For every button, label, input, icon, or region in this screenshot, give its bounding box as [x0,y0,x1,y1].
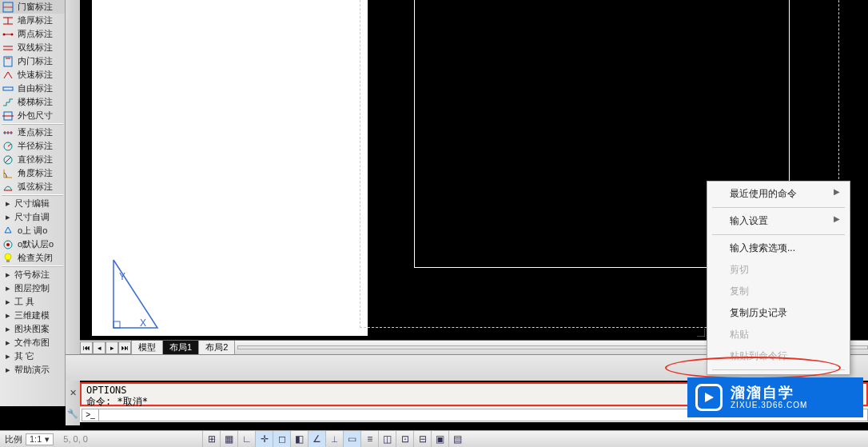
triangle-right-icon: ▸ [2,310,14,321]
cm-label: 复制历史记录 [730,306,787,320]
triangle-right-icon: ▸ [2,297,14,307]
tool-door-dim[interactable]: 门窗标注 [0,0,65,14]
coordinates: 5, 0, 0 [58,434,130,444]
watermark: 溜溜自学 ZIXUE.3D66.COM [687,377,863,417]
am-icon[interactable]: ▤ [448,431,466,447]
tool-free-dim[interactable]: 自由标注 [0,82,65,95]
svg-line-22 [5,157,11,163]
palette-drag-strip[interactable] [66,0,80,382]
tool-label: 快速标注 [18,69,65,81]
tool-layer-ctrl[interactable]: ▸图层控制 [0,281,65,295]
angle-icon [2,167,14,180]
grip-handle [697,328,705,336]
tool-label: 图层控制 [14,282,65,294]
command-prompt-icon[interactable]: >_ [82,409,99,421]
tool-stair-dim[interactable]: 楼梯标注 [0,95,65,109]
tab-nav-last[interactable]: ⏭ [118,341,131,354]
tool-size-edit[interactable]: ▸尺寸编辑 [0,197,65,210]
tool-point-by-point[interactable]: 逐点标注 [0,126,65,139]
triangle-right-icon: ▸ [2,365,14,375]
tool-diameter[interactable]: 直径标注 [0,153,65,166]
lineweight-icon[interactable]: ≡ [360,431,378,447]
snap-grid-icon[interactable]: ⊞ [202,431,220,447]
scale-dropdown[interactable]: 1:1 ▾ [26,433,54,445]
svg-marker-31 [705,393,714,402]
tool-radius[interactable]: 半径标注 [0,139,65,153]
transparency-icon[interactable]: ◫ [378,431,396,447]
cm-copy-history[interactable]: 复制历史记录 [707,302,850,324]
tool-arc-chord[interactable]: 弧弦标注 [0,180,65,194]
upper-floor-icon [2,225,14,237]
tab-model[interactable]: 模型 [131,341,163,355]
close-icon[interactable]: ✕ [66,382,80,403]
triangle-right-icon: ▸ [2,269,14,280]
fast-dim-icon [2,69,14,82]
tool-two-point[interactable]: 两点标注 [0,27,65,41]
paper-sheet: Y X [92,0,368,336]
tab-nav-first[interactable]: ⏮ [80,341,93,354]
inner-door-icon [2,55,14,68]
wrench-icon[interactable]: 🔧 [66,403,80,424]
tool-3d-model[interactable]: ▸三维建模 [0,309,65,322]
sc-icon[interactable]: ⊟ [413,431,431,447]
cm-input-search[interactable]: 输入搜索选项... [707,237,850,259]
svg-rect-27 [6,260,10,262]
svg-text:Y: Y [119,271,125,282]
svg-point-26 [5,253,11,260]
ducs-icon[interactable]: ⟂ [325,431,343,447]
tool-upper-floor[interactable]: o上 调o [0,224,65,237]
tool-label: 半径标注 [18,140,65,152]
tool-label: 角度标注 [18,167,65,179]
cm-input-settings[interactable]: 输入设置 ▶ [707,210,850,232]
tool-symbol-dim[interactable]: ▸符号标注 [0,268,65,281]
tool-help-demo[interactable]: ▸帮助演示 [0,363,65,377]
tool-double-line[interactable]: 双线标注 [0,41,65,54]
tool-block-pattern[interactable]: ▸图块图案 [0,322,65,336]
scale-value: 1:1 [30,434,42,444]
cm-label: 粘贴 [730,328,749,341]
tool-check-close[interactable]: 检查关闭 [0,251,65,265]
tool-fast-dim[interactable]: 快速标注 [0,68,65,82]
tool-label: 其 它 [14,350,65,362]
dyn-icon[interactable]: ▭ [343,431,360,447]
tool-label: 三维建模 [14,309,65,321]
triangle-right-icon: ▸ [2,283,14,293]
tool-wall-thick[interactable]: 墙厚标注 [0,14,65,27]
otrack-icon[interactable]: ∠ [308,431,325,447]
status-bar: 比例 1:1 ▾ 5, 0, 0 ⊞ ▦ ∟ ✛ ◻ ◧ ∠ ⟂ ▭ ≡ ◫ ⊡… [0,430,868,447]
tool-size-auto[interactable]: ▸尺寸自调 [0,210,65,224]
tab-layout1[interactable]: 布局1 [162,341,199,355]
tool-other[interactable]: ▸其 它 [0,349,65,363]
bulb-icon [2,252,14,265]
tool-label: 直径标注 [18,154,65,166]
tool-outer-size[interactable]: 外包尺寸 [0,109,65,122]
tab-nav-next[interactable]: ▸ [106,341,118,354]
tool-file-layout[interactable]: ▸文件布图 [0,336,65,349]
qp-icon[interactable]: ⊡ [396,431,413,447]
triangle-right-icon: ▸ [2,337,14,348]
paper-icon[interactable]: ▣ [431,431,448,447]
toolbar-separator [2,123,63,125]
tool-tools[interactable]: ▸工 具 [0,295,65,309]
tool-angle[interactable]: 角度标注 [0,166,65,180]
tool-default-layer[interactable]: o默认层o [0,237,65,251]
tab-nav-prev[interactable]: ◂ [93,341,106,354]
svg-point-7 [11,33,14,35]
tool-label: 楼梯标注 [18,96,65,108]
submenu-arrow-icon: ▶ [834,214,840,228]
3dosnap-icon[interactable]: ◧ [290,431,308,447]
left-toolbar: 门窗标注 墙厚标注 两点标注 双线标注 内门标注 快速标注 自由标注 楼梯标注 … [0,0,66,406]
tab-layout2[interactable]: 布局2 [198,341,235,355]
osnap-icon[interactable]: ◻ [273,431,290,447]
status-scale[interactable]: 比例 1:1 ▾ [0,433,58,445]
tool-inner-door[interactable]: 内门标注 [0,54,65,68]
cm-paste: 粘贴 [707,324,850,345]
cm-recent-commands[interactable]: 最近使用的命令 ▶ [707,183,850,205]
toolbar-separator [2,194,63,196]
ortho-icon[interactable]: ∟ [237,431,255,447]
polar-icon[interactable]: ✛ [255,431,273,447]
cm-label: 最近使用的命令 [730,187,797,201]
grid-display-icon[interactable]: ▦ [220,431,237,447]
svg-line-20 [8,144,11,146]
stair-dim-icon [2,96,14,109]
